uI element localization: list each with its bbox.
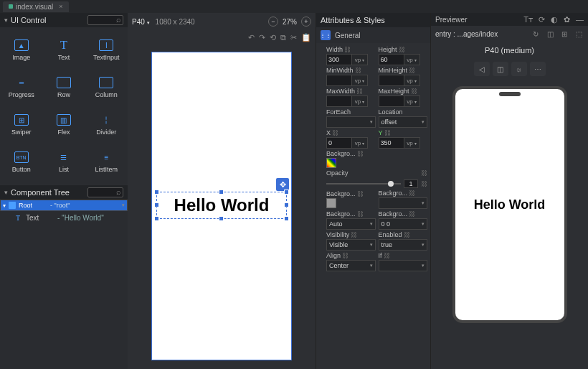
- link-icon[interactable]: ⛓: [357, 150, 364, 157]
- copy-icon[interactable]: ⧉: [280, 33, 286, 42]
- maxheight-input[interactable]: vp: [379, 95, 428, 107]
- link-icon[interactable]: ⛓: [384, 129, 391, 136]
- close-icon[interactable]: ×: [59, 3, 62, 10]
- x-input[interactable]: vp: [326, 137, 376, 149]
- palette-column[interactable]: Column: [85, 69, 128, 106]
- enabled-select[interactable]: true: [379, 239, 428, 251]
- cut-icon[interactable]: ✂: [290, 33, 297, 42]
- refresh-icon[interactable]: ⟳: [539, 15, 545, 24]
- selected-element[interactable]: ✥ Hello World: [156, 192, 287, 219]
- foreach-select[interactable]: [326, 116, 376, 128]
- link-icon[interactable]: ⛓: [357, 210, 364, 218]
- location-select[interactable]: offset: [379, 116, 428, 128]
- tree-row-root[interactable]: ▾ Root - "root": [0, 200, 128, 211]
- resize-handle[interactable]: [154, 202, 159, 207]
- back-button[interactable]: ◁: [474, 62, 490, 76]
- attributes-section[interactable]: ⋮⋮ General: [316, 27, 430, 43]
- image-swatch[interactable]: [326, 198, 336, 208]
- ui-control-title: UI Control: [11, 16, 47, 24]
- preview-text: Hello World: [474, 197, 546, 212]
- palette-flex[interactable]: ▥Flex: [42, 106, 85, 144]
- resize-handle[interactable]: [219, 216, 224, 221]
- palette-swiper[interactable]: ⊞Swiper: [0, 106, 42, 144]
- link-icon[interactable]: ⛓: [344, 46, 351, 53]
- tab-index-visual[interactable]: index.visual ×: [3, 1, 69, 12]
- color-swatch[interactable]: [326, 158, 336, 168]
- y-input[interactable]: vp: [379, 137, 428, 149]
- palette-listitem[interactable]: ≡ListItem: [85, 144, 128, 181]
- canvas-toolbar: P40 ▾ 1080 x 2340 − 27% +: [128, 13, 316, 30]
- theme-icon[interactable]: ◐: [551, 15, 558, 24]
- if-select[interactable]: [379, 260, 428, 271]
- palette-divider[interactable]: ╎Divider: [85, 106, 128, 144]
- link-icon[interactable]: ⛓: [342, 252, 348, 259]
- link-icon[interactable]: ⛓: [356, 88, 363, 95]
- canvas-viewport[interactable]: ✥ Hello World: [128, 45, 316, 369]
- search-input[interactable]: [87, 187, 123, 197]
- bgsize-select[interactable]: Auto: [326, 218, 376, 230]
- link-icon[interactable]: ⛓: [404, 231, 410, 238]
- resize-handle[interactable]: [219, 190, 224, 195]
- minwidth-input[interactable]: vp: [326, 75, 376, 86]
- minheight-input[interactable]: vp: [379, 75, 428, 86]
- link-icon[interactable]: ⛓: [409, 190, 415, 197]
- link-icon[interactable]: ⛓: [409, 210, 415, 218]
- maxwidth-input[interactable]: vp: [326, 95, 376, 107]
- link-icon[interactable]: ⛓: [421, 180, 427, 187]
- grid-icon[interactable]: ⊞: [559, 29, 569, 39]
- palette-text[interactable]: TText: [42, 32, 85, 69]
- text-size-icon[interactable]: Tᴛ: [523, 15, 533, 24]
- palette-image[interactable]: ▲Image: [0, 32, 42, 69]
- palette-list[interactable]: ☰List: [42, 144, 85, 181]
- split-button[interactable]: ◫: [493, 62, 508, 76]
- palette-progress[interactable]: ━Progress: [0, 69, 42, 106]
- cube-icon[interactable]: ⬚: [574, 29, 584, 39]
- opacity-slider[interactable]: [326, 183, 401, 184]
- device-frame[interactable]: ✥ Hello World: [151, 52, 292, 360]
- zoom-out-button[interactable]: −: [268, 17, 278, 27]
- component-tree-header[interactable]: ▾ Component Tree: [0, 185, 128, 200]
- link-icon[interactable]: ⛓: [411, 88, 417, 95]
- align-select[interactable]: Center: [326, 260, 376, 271]
- palette-button[interactable]: BTNButton: [0, 144, 42, 181]
- link-icon[interactable]: ⛓: [384, 252, 390, 259]
- height-input[interactable]: vp: [379, 54, 428, 65]
- settings-icon[interactable]: ✿: [564, 15, 570, 24]
- more-button[interactable]: ⋯: [530, 62, 546, 76]
- opacity-input[interactable]: [404, 179, 418, 188]
- palette-row[interactable]: Row: [42, 69, 85, 106]
- resize-handle[interactable]: [284, 190, 289, 195]
- preview-phone[interactable]: Hello World: [452, 86, 567, 323]
- device-select[interactable]: P40 ▾: [132, 18, 150, 26]
- palette-textinput[interactable]: ITextInput: [85, 32, 128, 69]
- zoom-in-button[interactable]: +: [301, 17, 311, 27]
- link-icon[interactable]: ⛓: [357, 190, 364, 197]
- attributes-header: Attributes & Styles: [316, 13, 430, 27]
- link-icon[interactable]: ⛓: [355, 67, 361, 74]
- layers-icon[interactable]: ◫: [545, 29, 555, 39]
- ui-control-header[interactable]: ▾ UI Control: [0, 13, 128, 27]
- bgpos-select[interactable]: 0 0: [379, 218, 428, 230]
- reload-icon[interactable]: ↻: [531, 29, 541, 39]
- link-icon[interactable]: ⛓: [332, 129, 338, 136]
- rotate-icon[interactable]: ⟲: [270, 33, 276, 42]
- resize-handle[interactable]: [284, 216, 289, 221]
- search-input[interactable]: [87, 15, 123, 25]
- visibility-select[interactable]: Visible: [326, 239, 376, 251]
- undo-icon[interactable]: ↶: [248, 33, 255, 42]
- tree-row-text[interactable]: T Text - "Hello World": [0, 211, 128, 224]
- link-icon[interactable]: ⛓: [409, 67, 415, 74]
- resize-handle[interactable]: [154, 190, 159, 195]
- resize-handle[interactable]: [284, 202, 289, 207]
- minimize-icon[interactable]: —: [576, 15, 584, 24]
- link-icon[interactable]: ⛓: [399, 46, 405, 53]
- link-icon[interactable]: ⛓: [351, 231, 357, 238]
- paste-icon[interactable]: 📋: [301, 33, 311, 42]
- zoom-value: 27%: [283, 18, 297, 26]
- brightness-button[interactable]: ☼: [511, 62, 527, 76]
- link-icon[interactable]: ⛓: [421, 169, 427, 177]
- bgrepeat-select[interactable]: [379, 197, 428, 209]
- redo-icon[interactable]: ↷: [259, 33, 265, 42]
- width-input[interactable]: vp: [326, 54, 376, 65]
- resize-handle[interactable]: [154, 216, 159, 221]
